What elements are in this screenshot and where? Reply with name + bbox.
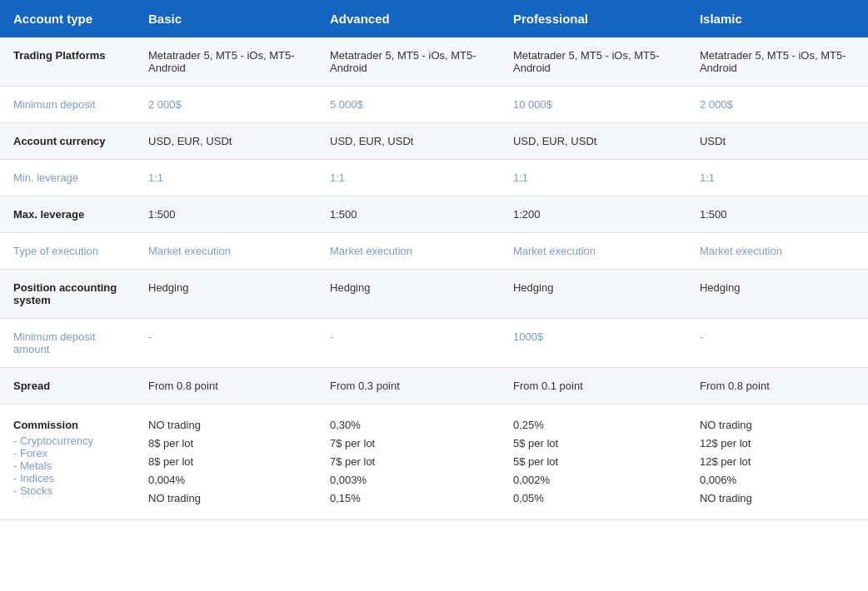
row-cell: Hedging — [500, 270, 686, 319]
row-cell: Hedging — [686, 270, 868, 319]
header-advanced: Advanced — [317, 0, 500, 37]
row-cell: Market execution — [317, 233, 500, 270]
row-cell: 1:1 — [135, 160, 317, 196]
commission-cell: NO trading12$ per lot12$ per lot0,006%NO… — [686, 405, 868, 520]
table-row: Minimum deposit amount--1000$- — [0, 319, 868, 368]
row-label: Minimum deposit — [0, 87, 135, 123]
header-islamic: Islamic — [686, 0, 868, 37]
row-cell: Market execution — [686, 233, 868, 270]
row-cell: 1:1 — [500, 160, 686, 196]
row-cell: 1:1 — [686, 160, 868, 196]
row-cell: USD, EUR, USDt — [135, 123, 317, 160]
row-cell: Metatrader 5, MT5 - iOs, MT5-Android — [686, 37, 868, 87]
table-row: SpreadFrom 0.8 pointFrom 0.3 pointFrom 0… — [0, 368, 868, 405]
table-row: Minimum deposit2 000$5 000$10 000$2 000$ — [0, 87, 868, 123]
table-row: Trading PlatformsMetatrader 5, MT5 - iOs… — [0, 37, 868, 87]
row-cell: USD, EUR, USDt — [317, 123, 500, 160]
row-cell: 1000$ — [500, 319, 686, 368]
commission-cell: NO trading8$ per lot8$ per lot0,004%NO t… — [135, 405, 317, 520]
row-label: Trading Platforms — [0, 37, 135, 87]
commission-cell: 0,30%7$ per lot7$ per lot0,003%0,15% — [317, 405, 500, 520]
row-label: Max. leverage — [0, 196, 135, 233]
row-label: Position accounting system — [0, 270, 135, 319]
row-cell: Market execution — [500, 233, 686, 270]
row-cell: 1:500 — [317, 196, 500, 233]
row-cell: USDt — [686, 123, 868, 160]
row-cell: 2 000$ — [686, 87, 868, 123]
row-cell: 5 000$ — [317, 87, 500, 123]
row-cell: USD, EUR, USDt — [500, 123, 686, 160]
table-row: Position accounting systemHedgingHedging… — [0, 270, 868, 319]
header-professional: Professional — [500, 0, 686, 37]
row-cell: 1:200 — [500, 196, 686, 233]
row-cell: - — [317, 319, 500, 368]
row-cell: 2 000$ — [135, 87, 317, 123]
header-basic: Basic — [135, 0, 317, 37]
table-row: Account currencyUSD, EUR, USDtUSD, EUR, … — [0, 123, 868, 160]
row-cell: - — [686, 319, 868, 368]
row-cell: Metatrader 5, MT5 - iOs, MT5-Android — [500, 37, 686, 87]
row-cell: Metatrader 5, MT5 - iOs, MT5-Android — [317, 37, 500, 87]
row-cell: From 0.8 point — [686, 368, 868, 405]
row-label: Spread — [0, 368, 135, 405]
row-label: Minimum deposit amount — [0, 319, 135, 368]
row-label: Min. leverage — [0, 160, 135, 196]
row-cell: 1:500 — [135, 196, 317, 233]
row-cell: 1:500 — [686, 196, 868, 233]
commission-row: Commission- Cryptocurrency- Forex- Metal… — [0, 405, 868, 520]
row-cell: From 0.3 point — [317, 368, 500, 405]
table-row: Max. leverage1:5001:5001:2001:500 — [0, 196, 868, 233]
header-row: Account type Basic Advanced Professional… — [0, 0, 868, 37]
commission-cell: 0,25%5$ per lot5$ per lot0,002%0,05% — [500, 405, 686, 520]
header-account-type: Account type — [0, 0, 135, 37]
row-label: Type of execution — [0, 233, 135, 270]
commission-label-cell: Commission- Cryptocurrency- Forex- Metal… — [0, 405, 135, 520]
row-cell: Hedging — [135, 270, 317, 319]
table-row: Type of executionMarket executionMarket … — [0, 233, 868, 270]
table-row: Min. leverage1:11:11:11:1 — [0, 160, 868, 196]
row-cell: Market execution — [135, 233, 317, 270]
row-cell: From 0.8 point — [135, 368, 317, 405]
comparison-table: Account type Basic Advanced Professional… — [0, 0, 868, 520]
row-cell: Hedging — [317, 270, 500, 319]
row-cell: - — [135, 319, 317, 368]
row-cell: From 0.1 point — [500, 368, 686, 405]
row-cell: 1:1 — [317, 160, 500, 196]
row-label: Account currency — [0, 123, 135, 160]
row-cell: Metatrader 5, MT5 - iOs, MT5-Android — [135, 37, 317, 87]
row-cell: 10 000$ — [500, 87, 686, 123]
